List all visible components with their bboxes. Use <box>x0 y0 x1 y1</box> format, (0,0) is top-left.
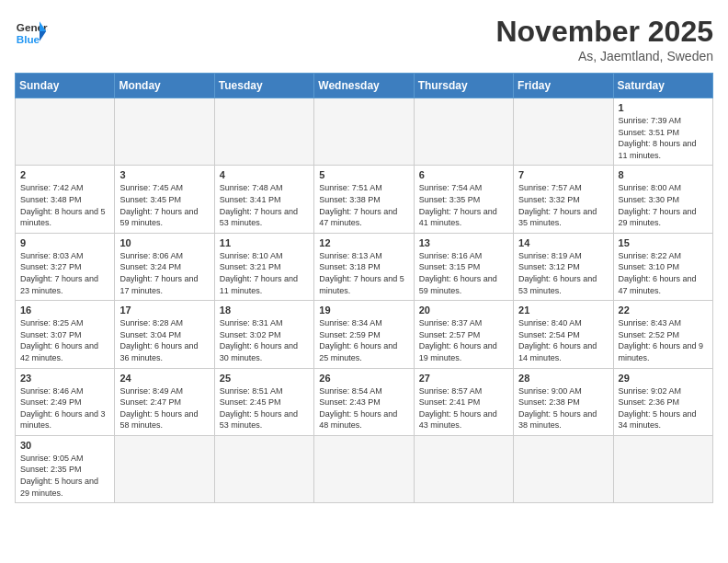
calendar-cell <box>115 98 214 166</box>
calendar-cell <box>214 435 313 502</box>
day-number: 13 <box>419 237 508 248</box>
day-number: 5 <box>319 169 408 180</box>
location: As, Jaemtland, Sweden <box>495 49 713 63</box>
day-info: Sunrise: 8:43 AM Sunset: 2:52 PM Dayligh… <box>619 317 708 363</box>
weekday-header-tuesday: Tuesday <box>214 74 313 98</box>
day-number: 18 <box>220 304 309 316</box>
calendar-cell: 11Sunrise: 8:10 AM Sunset: 3:21 PM Dayli… <box>214 233 313 300</box>
calendar-cell: 16Sunrise: 8:25 AM Sunset: 3:07 PM Dayli… <box>16 301 115 368</box>
day-info: Sunrise: 9:00 AM Sunset: 2:38 PM Dayligh… <box>518 385 608 431</box>
calendar-cell: 22Sunrise: 8:43 AM Sunset: 2:52 PM Dayli… <box>613 301 712 368</box>
calendar-cell <box>214 98 313 166</box>
day-number: 4 <box>220 169 309 180</box>
day-number: 28 <box>518 373 608 384</box>
calendar-cell: 21Sunrise: 8:40 AM Sunset: 2:54 PM Dayli… <box>514 301 613 368</box>
day-info: Sunrise: 8:19 AM Sunset: 3:12 PM Dayligh… <box>518 250 608 296</box>
weekday-header-monday: Monday <box>115 74 214 98</box>
day-info: Sunrise: 8:54 AM Sunset: 2:43 PM Dayligh… <box>319 385 408 431</box>
calendar-week-row: 9Sunrise: 8:03 AM Sunset: 3:27 PM Daylig… <box>16 233 713 300</box>
calendar-header: SundayMondayTuesdayWednesdayThursdayFrid… <box>16 74 713 98</box>
calendar-cell: 12Sunrise: 8:13 AM Sunset: 3:18 PM Dayli… <box>314 233 414 300</box>
calendar-cell: 17Sunrise: 8:28 AM Sunset: 3:04 PM Dayli… <box>115 301 214 368</box>
calendar-cell <box>16 98 115 166</box>
day-number: 27 <box>419 373 508 384</box>
day-number: 20 <box>419 304 508 316</box>
calendar-cell: 29Sunrise: 9:02 AM Sunset: 2:36 PM Dayli… <box>613 368 712 435</box>
day-info: Sunrise: 7:39 AM Sunset: 3:51 PM Dayligh… <box>619 115 708 161</box>
day-number: 16 <box>20 304 109 316</box>
day-number: 6 <box>419 169 508 180</box>
day-number: 2 <box>20 169 109 180</box>
day-number: 3 <box>119 169 209 180</box>
day-number: 24 <box>119 373 209 384</box>
calendar-cell <box>314 435 414 502</box>
weekday-header-saturday: Saturday <box>613 74 712 98</box>
calendar-cell: 7Sunrise: 7:57 AM Sunset: 3:32 PM Daylig… <box>514 166 613 233</box>
calendar-week-row: 30Sunrise: 9:05 AM Sunset: 2:35 PM Dayli… <box>16 435 713 502</box>
day-info: Sunrise: 8:57 AM Sunset: 2:41 PM Dayligh… <box>419 385 508 431</box>
day-number: 26 <box>319 373 408 384</box>
day-info: Sunrise: 7:51 AM Sunset: 3:38 PM Dayligh… <box>319 182 408 228</box>
logo-icon: General Blue <box>15 15 48 48</box>
day-number: 22 <box>619 304 708 316</box>
calendar-cell <box>514 435 613 502</box>
day-info: Sunrise: 8:22 AM Sunset: 3:10 PM Dayligh… <box>619 250 708 296</box>
day-number: 14 <box>518 237 608 248</box>
calendar-week-row: 2Sunrise: 7:42 AM Sunset: 3:48 PM Daylig… <box>16 166 713 233</box>
calendar-cell: 3Sunrise: 7:45 AM Sunset: 3:45 PM Daylig… <box>115 166 214 233</box>
day-info: Sunrise: 8:31 AM Sunset: 3:02 PM Dayligh… <box>220 317 309 363</box>
day-number: 29 <box>619 373 708 384</box>
calendar-cell: 27Sunrise: 8:57 AM Sunset: 2:41 PM Dayli… <box>414 368 513 435</box>
page-header: General Blue November 2025 As, Jaemtland… <box>15 15 713 63</box>
calendar-cell <box>613 435 712 502</box>
svg-marker-3 <box>40 31 46 41</box>
day-info: Sunrise: 9:02 AM Sunset: 2:36 PM Dayligh… <box>619 385 708 431</box>
day-number: 12 <box>319 237 408 248</box>
day-number: 21 <box>518 304 608 316</box>
day-number: 7 <box>518 169 608 180</box>
calendar-week-row: 1Sunrise: 7:39 AM Sunset: 3:51 PM Daylig… <box>16 98 713 166</box>
calendar-cell: 1Sunrise: 7:39 AM Sunset: 3:51 PM Daylig… <box>613 98 712 166</box>
calendar-table: SundayMondayTuesdayWednesdayThursdayFrid… <box>15 73 713 503</box>
calendar-body: 1Sunrise: 7:39 AM Sunset: 3:51 PM Daylig… <box>16 98 713 503</box>
day-info: Sunrise: 8:10 AM Sunset: 3:21 PM Dayligh… <box>220 250 309 296</box>
day-number: 10 <box>119 237 209 248</box>
day-number: 8 <box>619 169 708 180</box>
calendar-cell: 5Sunrise: 7:51 AM Sunset: 3:38 PM Daylig… <box>314 166 414 233</box>
calendar-cell: 9Sunrise: 8:03 AM Sunset: 3:27 PM Daylig… <box>16 233 115 300</box>
weekday-header-thursday: Thursday <box>414 74 513 98</box>
day-info: Sunrise: 7:42 AM Sunset: 3:48 PM Dayligh… <box>20 182 109 228</box>
calendar-cell: 23Sunrise: 8:46 AM Sunset: 2:49 PM Dayli… <box>16 368 115 435</box>
calendar-cell: 4Sunrise: 7:48 AM Sunset: 3:41 PM Daylig… <box>214 166 313 233</box>
day-info: Sunrise: 8:16 AM Sunset: 3:15 PM Dayligh… <box>419 250 508 296</box>
day-info: Sunrise: 8:13 AM Sunset: 3:18 PM Dayligh… <box>319 250 408 296</box>
day-info: Sunrise: 7:48 AM Sunset: 3:41 PM Dayligh… <box>220 182 309 228</box>
day-number: 30 <box>20 440 109 451</box>
calendar-cell: 14Sunrise: 8:19 AM Sunset: 3:12 PM Dayli… <box>514 233 613 300</box>
weekday-header-sunday: Sunday <box>16 74 115 98</box>
day-info: Sunrise: 8:03 AM Sunset: 3:27 PM Dayligh… <box>20 250 109 296</box>
day-info: Sunrise: 8:34 AM Sunset: 2:59 PM Dayligh… <box>319 317 408 363</box>
day-info: Sunrise: 7:57 AM Sunset: 3:32 PM Dayligh… <box>518 182 608 228</box>
day-number: 15 <box>619 237 708 248</box>
day-number: 23 <box>20 373 109 384</box>
calendar-cell <box>115 435 214 502</box>
calendar-cell <box>414 98 513 166</box>
day-number: 25 <box>220 373 309 384</box>
day-info: Sunrise: 9:05 AM Sunset: 2:35 PM Dayligh… <box>20 453 109 499</box>
svg-text:Blue: Blue <box>17 33 40 45</box>
calendar-cell: 24Sunrise: 8:49 AM Sunset: 2:47 PM Dayli… <box>115 368 214 435</box>
day-info: Sunrise: 8:25 AM Sunset: 3:07 PM Dayligh… <box>20 317 109 363</box>
day-info: Sunrise: 8:51 AM Sunset: 2:45 PM Dayligh… <box>220 385 309 431</box>
day-info: Sunrise: 7:45 AM Sunset: 3:45 PM Dayligh… <box>119 182 209 228</box>
day-info: Sunrise: 8:28 AM Sunset: 3:04 PM Dayligh… <box>119 317 209 363</box>
calendar-cell: 28Sunrise: 9:00 AM Sunset: 2:38 PM Dayli… <box>514 368 613 435</box>
day-info: Sunrise: 8:49 AM Sunset: 2:47 PM Dayligh… <box>119 385 209 431</box>
calendar-cell: 25Sunrise: 8:51 AM Sunset: 2:45 PM Dayli… <box>214 368 313 435</box>
calendar-cell: 26Sunrise: 8:54 AM Sunset: 2:43 PM Dayli… <box>314 368 414 435</box>
calendar-cell: 10Sunrise: 8:06 AM Sunset: 3:24 PM Dayli… <box>115 233 214 300</box>
day-number: 11 <box>220 237 309 248</box>
weekday-header-wednesday: Wednesday <box>314 74 414 98</box>
month-title: November 2025 <box>495 15 713 49</box>
calendar-cell <box>514 98 613 166</box>
